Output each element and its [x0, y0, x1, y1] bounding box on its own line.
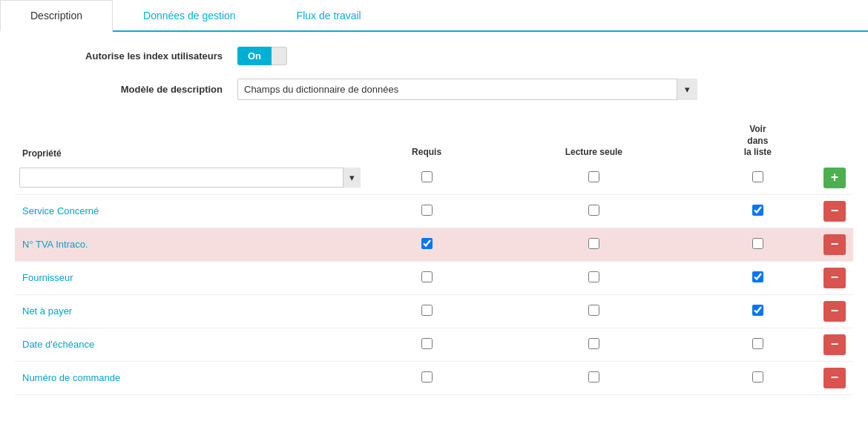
add-requis-checkbox[interactable]	[421, 171, 433, 182]
row-lecture-checkbox[interactable]	[588, 305, 599, 316]
row-lecture-cell	[488, 294, 700, 328]
model-select[interactable]: Champs du dictionnaire de données	[237, 79, 697, 100]
table-row: Net à payer−	[15, 294, 853, 328]
row-lecture-cell	[488, 361, 700, 394]
remove-button-cell: −	[816, 261, 853, 294]
row-lecture-cell	[488, 194, 700, 228]
row-voir-checkbox[interactable]	[752, 238, 763, 249]
row-requis-cell	[365, 361, 488, 394]
row-requis-checkbox[interactable]	[421, 238, 433, 249]
tab-donnees[interactable]: Données de gestion	[113, 0, 266, 30]
remove-property-button[interactable]: −	[823, 201, 846, 222]
row-voir-cell	[700, 194, 816, 228]
toggle-label: Autorise les index utilisateurs	[30, 50, 237, 62]
property-table: Propriété Requis Lecture seule Voirdansl…	[15, 121, 853, 395]
add-voir-cell	[700, 162, 816, 195]
form-section: Autorise les index utilisateurs On Modèl…	[0, 32, 868, 121]
row-lecture-checkbox[interactable]	[588, 371, 599, 383]
toggle-row: Autorise les index utilisateurs On	[30, 47, 838, 65]
row-requis-cell	[365, 294, 488, 328]
model-row: Modèle de description Champs du dictionn…	[30, 79, 838, 100]
remove-button-cell: −	[816, 194, 853, 228]
th-voir: Voirdansla liste	[700, 121, 816, 162]
row-requis-checkbox[interactable]	[421, 305, 433, 316]
remove-property-button[interactable]: −	[823, 334, 846, 355]
row-voir-checkbox[interactable]	[752, 338, 763, 349]
row-voir-cell	[700, 294, 816, 328]
property-name: Fournisseur	[15, 261, 365, 294]
toggle-on-button[interactable]: On	[237, 47, 272, 65]
remove-btn-wrap: −	[821, 334, 849, 355]
remove-button-cell: −	[816, 361, 853, 394]
property-name: Net à payer	[15, 294, 365, 328]
remove-btn-wrap: −	[821, 268, 849, 288]
th-lecture: Lecture seule	[488, 121, 700, 162]
row-lecture-cell	[488, 328, 700, 361]
row-lecture-checkbox[interactable]	[588, 238, 599, 249]
row-voir-checkbox[interactable]	[752, 371, 763, 383]
row-requis-cell	[365, 328, 488, 361]
remove-btn-wrap: −	[821, 368, 849, 388]
tab-bar: Description Données de gestion Flux de t…	[0, 0, 868, 32]
row-requis-cell	[365, 261, 488, 294]
add-requis-cell	[365, 162, 488, 195]
tab-description[interactable]: Description	[0, 0, 113, 32]
table-row: Date d'échéance−	[15, 328, 853, 361]
property-name: Date d'échéance	[15, 328, 365, 361]
row-voir-checkbox[interactable]	[752, 205, 763, 216]
remove-btn-wrap: −	[821, 301, 849, 322]
row-requis-cell	[365, 228, 488, 261]
tab-description-label: Description	[30, 10, 82, 21]
table-row: N° TVA Intraco.−	[15, 228, 853, 261]
th-requis: Requis	[365, 121, 488, 162]
row-voir-cell	[700, 261, 816, 294]
row-requis-checkbox[interactable]	[421, 338, 433, 349]
row-lecture-cell	[488, 228, 700, 261]
add-property-select-wrap: ▾	[19, 168, 361, 188]
remove-property-button[interactable]: −	[823, 268, 846, 288]
row-requis-cell	[365, 194, 488, 228]
remove-property-button[interactable]: −	[823, 368, 846, 388]
th-actions	[816, 121, 853, 162]
row-requis-checkbox[interactable]	[421, 205, 433, 216]
row-lecture-checkbox[interactable]	[588, 205, 599, 216]
th-property: Propriété	[15, 121, 365, 162]
row-lecture-cell	[488, 261, 700, 294]
remove-btn-wrap: −	[821, 234, 849, 255]
row-lecture-checkbox[interactable]	[588, 338, 599, 349]
th-voir-label: Voirdansla liste	[744, 124, 772, 157]
table-header-row: Propriété Requis Lecture seule Voirdansl…	[15, 121, 853, 162]
row-voir-cell	[700, 328, 816, 361]
remove-button-cell: −	[816, 328, 853, 361]
add-property-button[interactable]: +	[823, 168, 846, 188]
row-voir-cell	[700, 361, 816, 394]
row-requis-checkbox[interactable]	[421, 371, 433, 383]
row-voir-checkbox[interactable]	[752, 305, 763, 316]
tab-flux[interactable]: Flux de travail	[266, 0, 392, 30]
remove-button-cell: −	[816, 228, 853, 261]
add-button-cell: +	[816, 162, 853, 195]
add-lecture-checkbox[interactable]	[588, 171, 599, 182]
table-row: Service Concerné−	[15, 194, 853, 228]
add-lecture-cell	[488, 162, 700, 195]
remove-property-button[interactable]: −	[823, 234, 846, 255]
property-name: Service Concerné	[15, 194, 365, 228]
row-lecture-checkbox[interactable]	[588, 271, 599, 282]
th-lecture-label: Lecture seule	[565, 147, 622, 157]
toggle-off-side[interactable]	[272, 47, 287, 65]
tab-donnees-label: Données de gestion	[143, 10, 236, 21]
add-property-select[interactable]	[19, 168, 361, 188]
table-wrap: Propriété Requis Lecture seule Voirdansl…	[0, 121, 868, 410]
table-row: Numéro de commande−	[15, 361, 853, 394]
model-select-wrap: Champs du dictionnaire de données ▾	[237, 79, 697, 100]
property-name: N° TVA Intraco.	[15, 228, 365, 261]
add-voir-checkbox[interactable]	[752, 171, 763, 182]
add-property-row: ▾ +	[15, 162, 853, 195]
toggle-wrap: On	[237, 47, 287, 65]
remove-button-cell: −	[816, 294, 853, 328]
row-requis-checkbox[interactable]	[421, 271, 433, 282]
row-voir-checkbox[interactable]	[752, 271, 763, 282]
remove-btn-wrap: −	[821, 201, 849, 222]
remove-property-button[interactable]: −	[823, 301, 846, 322]
add-property-select-cell: ▾	[15, 162, 365, 195]
